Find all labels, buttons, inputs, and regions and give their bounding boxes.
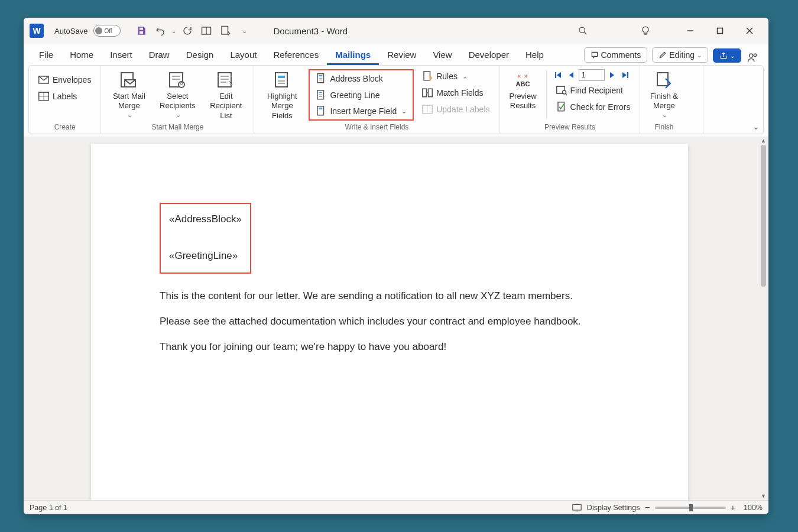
tab-help[interactable]: Help (517, 46, 552, 65)
zoom-level[interactable]: 100% (744, 504, 763, 512)
qat-button-2[interactable] (218, 23, 233, 38)
scroll-down-icon[interactable]: ▼ (760, 493, 767, 499)
match-fields-button[interactable]: Match Fields (419, 86, 493, 100)
insert-field-icon (316, 106, 326, 116)
autosave-state: Off (104, 28, 112, 34)
edit-recipient-list-button[interactable]: Edit Recipient List (204, 69, 248, 121)
save-button[interactable] (134, 23, 149, 38)
lightbulb-button[interactable] (632, 22, 658, 40)
svg-marker-47 (557, 72, 561, 78)
tab-home[interactable]: Home (61, 46, 102, 65)
display-settings-button[interactable]: Display Settings (587, 504, 640, 512)
body-line-1[interactable]: This is the content for our letter. We a… (160, 288, 619, 304)
undo-button[interactable] (153, 23, 168, 38)
tab-insert[interactable]: Insert (102, 46, 141, 65)
tab-view[interactable]: View (424, 46, 460, 65)
share-button[interactable]: ⌄ (713, 48, 741, 63)
svg-rect-6 (718, 28, 723, 34)
update-labels-label: Update Labels (436, 105, 489, 114)
finish-merge-button[interactable]: Finish & Merge (646, 69, 682, 119)
preview-results-button[interactable]: « »ABC Preview Results (506, 69, 540, 111)
first-record-button[interactable] (553, 70, 563, 80)
page-indicator[interactable]: Page 1 of 1 (30, 504, 67, 512)
check-errors-icon (556, 102, 567, 112)
tab-review[interactable]: Review (379, 46, 424, 65)
group-write-insert: Highlight Merge Fields Address Block Gre… (254, 66, 499, 134)
svg-rect-55 (558, 102, 565, 111)
group-finish: Finish & Merge Finish (640, 66, 703, 134)
document-area: «AddressBlock» «GreetingLine» This is th… (24, 137, 768, 500)
toggle-knob-icon (95, 27, 102, 34)
last-record-button[interactable] (620, 70, 631, 80)
labels-label: Labels (53, 92, 77, 101)
scroll-up-icon[interactable]: ▲ (760, 138, 767, 144)
match-fields-icon (422, 87, 433, 98)
autosave-toggle[interactable]: Off (93, 25, 121, 37)
select-recipients-button[interactable]: Select Recipients (155, 69, 199, 119)
svg-marker-49 (610, 72, 614, 78)
collapse-ribbon-button[interactable]: ⌄ (752, 122, 760, 131)
svg-point-53 (562, 90, 566, 94)
comments-button[interactable]: Comments (584, 47, 648, 63)
body-line-2[interactable]: Please see the attached documentation wh… (160, 313, 619, 329)
select-recipients-label: Select Recipients (160, 92, 196, 111)
finish-merge-icon (654, 70, 674, 90)
start-mail-merge-button[interactable]: Start Mail Merge (107, 69, 151, 119)
body-line-3[interactable]: Thank you for joining our team; we're ha… (160, 339, 619, 355)
highlight-merge-fields-button[interactable]: Highlight Merge Fields (260, 69, 304, 121)
status-bar: Page 1 of 1 Display Settings − + 100% (24, 500, 768, 514)
tab-design[interactable]: Design (178, 46, 222, 65)
address-block-field[interactable]: «AddressBlock» (169, 213, 242, 225)
svg-point-10 (754, 54, 757, 57)
maximize-button[interactable] (707, 22, 733, 40)
display-settings-icon (572, 502, 582, 513)
zoom-out-button[interactable]: − (644, 502, 650, 513)
minimize-button[interactable] (677, 22, 703, 40)
find-recipient-button[interactable]: Find Recipient (553, 83, 634, 98)
tab-developer[interactable]: Developer (460, 46, 517, 65)
qat-customize-button[interactable]: ⌄ (236, 23, 252, 38)
rules-button[interactable]: Rules (419, 69, 493, 83)
start-mail-merge-label: Start Mail Merge (113, 92, 145, 111)
svg-rect-27 (278, 76, 285, 78)
tab-file[interactable]: File (31, 46, 61, 65)
undo-dropdown[interactable]: ⌄ (171, 28, 176, 34)
zoom-slider[interactable] (655, 507, 726, 509)
address-block-label: Address Block (330, 74, 382, 83)
group-start-label: Start Mail Merge (107, 121, 248, 132)
zoom-in-button[interactable]: + (731, 503, 735, 512)
insert-merge-field-button[interactable]: Insert Merge Field (312, 104, 410, 118)
search-button[interactable] (570, 22, 596, 40)
highlight-icon (272, 70, 292, 90)
envelopes-button[interactable]: Envelopes (35, 73, 95, 87)
comments-label: Comments (601, 50, 641, 60)
greeting-line-button[interactable]: Greeting Line (312, 88, 410, 102)
labels-button[interactable]: Labels (35, 89, 95, 103)
group-write-label: Write & Insert Fields (260, 121, 493, 132)
qat-button-1[interactable] (199, 23, 214, 38)
tab-draw[interactable]: Draw (141, 46, 178, 65)
tab-references[interactable]: References (265, 46, 327, 65)
group-create-label: Create (35, 121, 95, 132)
svg-marker-50 (622, 72, 627, 78)
tab-mailings[interactable]: Mailings (327, 46, 379, 65)
record-number-input[interactable] (579, 69, 605, 81)
svg-rect-22 (218, 73, 231, 87)
address-block-icon (316, 73, 326, 84)
ribbon-tabs: File Home Insert Draw Design Layout Refe… (24, 44, 768, 65)
next-record-button[interactable] (607, 70, 618, 80)
svg-marker-48 (569, 72, 573, 78)
tab-layout[interactable]: Layout (222, 46, 265, 65)
address-block-button[interactable]: Address Block (312, 72, 410, 86)
scroll-thumb[interactable] (761, 145, 766, 287)
greeting-line-field[interactable]: «GreetingLine» (169, 250, 242, 262)
prev-record-button[interactable] (566, 70, 576, 80)
redo-button[interactable] (180, 23, 195, 38)
page[interactable]: «AddressBlock» «GreetingLine» This is th… (91, 144, 688, 500)
zoom-thumb[interactable] (689, 504, 693, 511)
vertical-scrollbar[interactable]: ▲ ▼ (760, 137, 767, 500)
close-button[interactable] (737, 22, 763, 40)
account-button[interactable] (744, 52, 761, 63)
editing-mode-button[interactable]: Editing ⌄ (652, 47, 708, 63)
check-errors-button[interactable]: Check for Errors (553, 100, 634, 114)
